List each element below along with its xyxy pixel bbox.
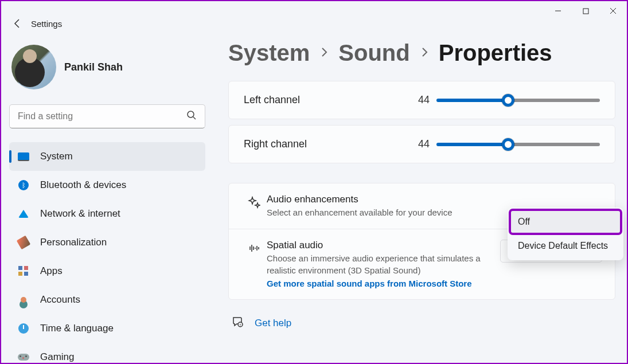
header-row: Settings (1, 15, 627, 32)
sidebar-item-time[interactable]: Time & language (9, 314, 205, 343)
soundwave-icon (241, 240, 267, 255)
help-icon: ? (232, 316, 244, 331)
maximize-button[interactable] (572, 1, 599, 21)
left-channel-card: Left channel 44 (228, 81, 615, 119)
minimize-button[interactable] (544, 1, 572, 21)
sidebar-item-label: Accounts (40, 294, 80, 306)
svg-rect-0 (583, 9, 588, 14)
slider-thumb[interactable] (502, 138, 514, 151)
sidebar-item-label: System (40, 151, 73, 162)
sidebar-item-label: Bluetooth & devices (40, 179, 126, 191)
brush-icon (17, 236, 30, 249)
help-label: Get help (255, 318, 291, 329)
app-title: Settings (31, 19, 62, 29)
spatial-subtitle: Choose an immersive audio experience tha… (267, 252, 491, 276)
profile-block[interactable]: Pankil Shah (7, 40, 208, 94)
right-channel-label: Right channel (244, 138, 404, 150)
chevron-right-icon (420, 46, 428, 60)
sidebar-item-gaming[interactable]: Gaming (9, 343, 205, 364)
svg-point-1 (188, 111, 194, 118)
breadcrumb-link-system[interactable]: System (228, 40, 310, 66)
sidebar-item-personalization[interactable]: Personalization (9, 228, 205, 257)
left-channel-value: 44 (404, 94, 430, 106)
right-channel-card: Right channel 44 (228, 125, 615, 163)
slider-thumb[interactable] (502, 94, 514, 107)
profile-name: Pankil Shah (64, 61, 123, 73)
menu-item-device-default[interactable]: Device Default Effects (510, 234, 621, 258)
sidebar-item-bluetooth[interactable]: ᛒ Bluetooth & devices (9, 171, 205, 199)
right-channel-value: 44 (404, 138, 430, 150)
breadcrumb: System Sound Properties (228, 40, 615, 66)
breadcrumb-link-sound[interactable]: Sound (338, 40, 409, 66)
person-icon (17, 293, 30, 306)
sidebar-item-apps[interactable]: Apps (9, 257, 205, 285)
wifi-icon (17, 208, 30, 220)
sidebar-item-label: Apps (40, 265, 63, 277)
sidebar-item-label: Personalization (40, 237, 107, 248)
sidebar-item-network[interactable]: Network & internet (9, 199, 205, 228)
left-channel-slider[interactable] (436, 99, 600, 102)
search-input[interactable] (18, 111, 186, 122)
left-channel-label: Left channel (244, 94, 404, 106)
spatial-title: Spatial audio (267, 240, 491, 251)
sidebar-item-label: Time & language (40, 323, 114, 334)
spatial-store-link[interactable]: Get more spatial sound apps from Microso… (267, 279, 472, 288)
gamepad-icon (17, 351, 30, 363)
system-icon (17, 150, 30, 163)
enhancements-subtitle: Select an enhancement available for your… (267, 206, 491, 218)
sidebar-item-label: Network & internet (40, 208, 120, 220)
search-box[interactable] (9, 104, 205, 128)
breadcrumb-current: Properties (439, 40, 552, 66)
sidebar-item-accounts[interactable]: Accounts (9, 285, 205, 314)
right-channel-slider[interactable] (436, 143, 600, 146)
chevron-right-icon (320, 46, 328, 60)
sparkle-icon (241, 194, 267, 209)
clock-icon (17, 322, 30, 335)
enhancements-title: Audio enhancements (267, 194, 491, 205)
get-help-link[interactable]: ? Get help (228, 316, 615, 331)
sidebar-item-label: Gaming (40, 351, 75, 363)
main-content: System Sound Properties Left channel 44 … (213, 32, 627, 363)
close-button[interactable] (599, 1, 627, 21)
sidebar-item-system[interactable]: System (9, 142, 205, 171)
sidebar: Pankil Shah System ᛒ Bluetooth & devices… (1, 32, 213, 363)
menu-item-off[interactable]: Off (510, 210, 621, 234)
avatar (11, 45, 56, 89)
search-icon (186, 110, 197, 123)
enhancements-menu: Off Device Default Effects (508, 208, 623, 260)
bluetooth-icon: ᛒ (17, 179, 30, 191)
back-button[interactable] (7, 13, 28, 34)
apps-icon (17, 265, 30, 277)
